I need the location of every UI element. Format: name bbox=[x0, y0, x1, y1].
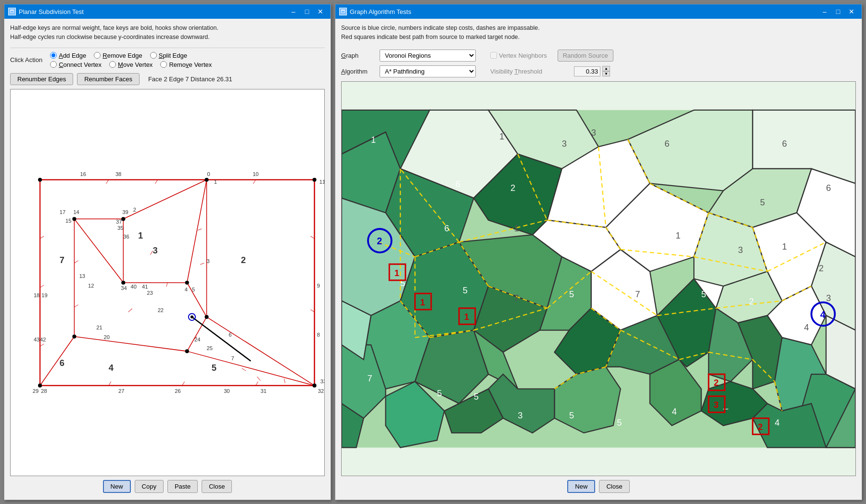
svg-text:43: 43 bbox=[34, 337, 39, 342]
right-maximize-button[interactable]: □ bbox=[832, 6, 844, 17]
svg-text:4: 4 bbox=[820, 309, 826, 319]
graph-select[interactable]: Voronoi Regions Grid Graph Random Graph bbox=[380, 50, 476, 62]
renumber-edges-button[interactable]: Renumber Edges bbox=[10, 73, 73, 85]
svg-text:32: 32 bbox=[318, 388, 324, 393]
svg-point-57 bbox=[191, 315, 193, 318]
svg-text:1: 1 bbox=[138, 230, 143, 240]
vertex-neighbors-label: Vertex Neighbors bbox=[499, 52, 547, 59]
svg-text:13: 13 bbox=[79, 273, 85, 278]
radio-row-1: Add Edge Remove Edge Split Edge bbox=[50, 52, 212, 59]
left-bottom-bar: New Copy Paste Close bbox=[10, 476, 325, 495]
voronoi-canvas[interactable]: 1 1 3 3 6 6 6 5 6 6 2 1 2 _ 1 3 1 2 3 bbox=[341, 81, 856, 477]
svg-text:4: 4 bbox=[109, 363, 114, 373]
svg-text:18: 18 bbox=[34, 292, 39, 298]
svg-text:27: 27 bbox=[118, 388, 124, 393]
svg-text:19: 19 bbox=[41, 292, 47, 298]
svg-text:2: 2 bbox=[714, 378, 719, 388]
svg-text:37: 37 bbox=[116, 219, 122, 225]
svg-text:26: 26 bbox=[175, 388, 180, 393]
svg-text:6: 6 bbox=[782, 139, 787, 149]
svg-text:39: 39 bbox=[122, 209, 128, 215]
right-new-button[interactable]: New bbox=[567, 480, 595, 493]
right-titlebar-buttons: – □ ✕ bbox=[818, 6, 858, 17]
svg-text:1: 1 bbox=[464, 312, 469, 322]
svg-text:3: 3 bbox=[562, 139, 567, 149]
svg-text:5: 5 bbox=[569, 289, 574, 299]
svg-text:7: 7 bbox=[60, 255, 64, 265]
right-description: Source is blue circle, numbers indicate … bbox=[341, 24, 856, 42]
svg-text:11: 11 bbox=[319, 178, 324, 184]
svg-text:23: 23 bbox=[147, 290, 153, 296]
left-maximize-button[interactable]: □ bbox=[301, 6, 313, 17]
right-close-button[interactable]: ✕ bbox=[845, 6, 858, 17]
right-window: 🗔 Graph Algorithm Tests – □ ✕ Source is … bbox=[335, 4, 862, 500]
svg-text:3: 3 bbox=[738, 245, 743, 255]
svg-text:5: 5 bbox=[760, 197, 765, 207]
svg-text:_: _ bbox=[723, 399, 728, 409]
svg-text:22: 22 bbox=[158, 307, 164, 313]
svg-text:0: 0 bbox=[207, 171, 210, 176]
svg-text:2: 2 bbox=[749, 296, 754, 306]
svg-point-54 bbox=[204, 315, 208, 318]
left-window-body: Half-edge keys are normal weight, face k… bbox=[4, 19, 331, 500]
svg-text:_: _ bbox=[635, 208, 640, 219]
click-action-label: Click Action bbox=[10, 56, 42, 63]
radio-remove-vertex[interactable]: Remove Vertex bbox=[160, 61, 212, 68]
spinner-down-button[interactable]: ▼ bbox=[602, 71, 610, 76]
svg-text:5: 5 bbox=[463, 285, 468, 295]
svg-text:1: 1 bbox=[214, 178, 217, 184]
random-source-button[interactable]: Random Source bbox=[558, 50, 613, 62]
svg-text:1: 1 bbox=[514, 223, 519, 233]
svg-text:4: 4 bbox=[804, 322, 809, 332]
svg-text:38: 38 bbox=[115, 171, 121, 176]
svg-text:5: 5 bbox=[617, 417, 622, 427]
svg-text:36: 36 bbox=[123, 234, 129, 239]
svg-text:40: 40 bbox=[131, 283, 137, 289]
radio-split-edge[interactable]: Split Edge bbox=[150, 52, 187, 59]
left-titlebar: 🗔 Planar Subdivision Test – □ ✕ bbox=[4, 4, 331, 19]
right-controls: Graph Voronoi Regions Grid Graph Random … bbox=[341, 50, 856, 77]
svg-text:6: 6 bbox=[455, 179, 460, 189]
svg-text:6: 6 bbox=[229, 331, 231, 337]
spinner-up-button[interactable]: ▲ bbox=[602, 66, 610, 71]
left-close-button[interactable]: ✕ bbox=[314, 6, 327, 17]
svg-text:2: 2 bbox=[377, 236, 382, 246]
svg-point-49 bbox=[72, 217, 76, 221]
svg-text:15: 15 bbox=[65, 218, 71, 224]
right-close-button[interactable]: Close bbox=[599, 480, 629, 493]
svg-text:1: 1 bbox=[782, 241, 787, 251]
left-close-button[interactable]: Close bbox=[202, 480, 232, 493]
radio-remove-edge[interactable]: Remove Edge bbox=[94, 52, 142, 59]
left-minimize-button[interactable]: – bbox=[287, 6, 300, 17]
radio-add-edge[interactable]: Add Edge bbox=[50, 52, 86, 59]
face-info: Face 2 Edge 7 Distance 26.31 bbox=[148, 76, 232, 83]
planar-canvas[interactable]: 38 16 10 0 1 11 9 8 33 32 29 28 27 26 30… bbox=[10, 89, 325, 477]
right-minimize-button[interactable]: – bbox=[818, 6, 831, 17]
radio-move-vertex[interactable]: Move Vertex bbox=[109, 61, 153, 68]
svg-text:42: 42 bbox=[40, 337, 46, 342]
svg-text:8: 8 bbox=[317, 331, 320, 337]
svg-text:33: 33 bbox=[320, 378, 324, 384]
algorithm-select[interactable]: A* Pathfinding Dijkstra BFS DFS bbox=[380, 65, 476, 77]
left-copy-button[interactable]: Copy bbox=[135, 480, 164, 493]
svg-text:41: 41 bbox=[142, 283, 148, 289]
svg-text:4: 4 bbox=[775, 417, 779, 427]
right-window-icon: 🗔 bbox=[339, 8, 347, 15]
svg-text:20: 20 bbox=[104, 334, 110, 340]
svg-text:1: 1 bbox=[395, 267, 399, 277]
svg-text:29: 29 bbox=[33, 388, 38, 393]
visibility-threshold-input[interactable] bbox=[574, 66, 600, 76]
vertex-neighbors-checkbox[interactable] bbox=[490, 52, 497, 59]
left-new-button[interactable]: New bbox=[103, 480, 131, 493]
svg-text:16: 16 bbox=[80, 171, 86, 176]
svg-text:4: 4 bbox=[185, 287, 188, 292]
svg-point-47 bbox=[313, 383, 317, 387]
radio-connect-vertex[interactable]: Connect Vertex bbox=[50, 61, 102, 68]
renumber-faces-button[interactable]: Renumber Faces bbox=[77, 73, 140, 85]
right-window-title: Graph Algorithm Tests bbox=[350, 8, 818, 15]
left-paste-button[interactable]: Paste bbox=[167, 480, 198, 493]
svg-text:34: 34 bbox=[121, 285, 127, 291]
svg-text:21: 21 bbox=[96, 324, 102, 330]
svg-text:7: 7 bbox=[367, 373, 372, 383]
svg-text:2: 2 bbox=[819, 263, 824, 273]
